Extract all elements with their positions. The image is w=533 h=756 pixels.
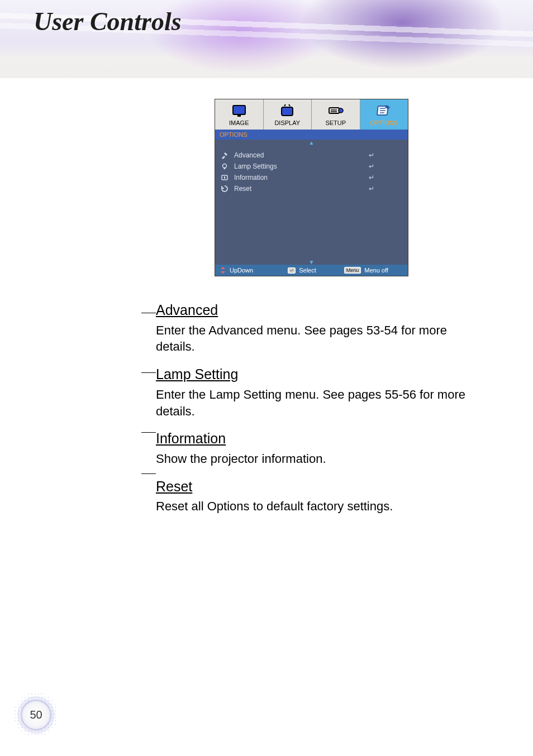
osd-items: Advanced ↵ Lamp Settings ↵ Information ↵ [215, 146, 408, 259]
section-body-reset: Reset all Options to default factory set… [156, 498, 469, 515]
osd-item-reset-label: Reset [234, 185, 369, 193]
updown-icon [220, 267, 226, 274]
options-tab-icon [375, 104, 392, 117]
setup-tab-icon [327, 104, 344, 117]
tab-display[interactable]: DISPLAY [264, 99, 312, 130]
page-number-badge: 50 [21, 700, 51, 730]
section-body-advanced: Enter the Advanced menu. See pages 53-54… [156, 322, 469, 355]
tab-image[interactable]: IMAGE [215, 99, 264, 130]
section-heading-advanced: Advanced [156, 301, 469, 320]
osd-footer: UpDown ⏎ Select Menu Menu off [215, 265, 408, 276]
svg-rect-0 [233, 106, 245, 114]
tab-display-label: DISPLAY [274, 119, 300, 126]
tab-options-label: OPTIONS [370, 119, 398, 126]
osd-item-advanced[interactable]: Advanced ↵ [220, 150, 403, 161]
svg-point-8 [223, 164, 227, 168]
tab-setup-label: SETUP [325, 119, 346, 126]
svg-text:⏎: ⏎ [290, 269, 293, 272]
osd-item-info[interactable]: Information ↵ [220, 172, 403, 183]
info-icon [220, 174, 230, 181]
heading-line [141, 372, 156, 373]
svg-rect-1 [237, 115, 241, 117]
image-tab-icon [231, 104, 248, 117]
section-heading-lamp: Lamp Setting [156, 365, 469, 384]
osd-section-label: OPTIONS [215, 130, 408, 140]
content-area: Advanced Enter the Advanced menu. See pa… [156, 299, 469, 525]
osd-item-reset[interactable]: Reset ↵ [220, 183, 403, 194]
heading-line [141, 313, 156, 313]
scroll-up-indicator: ▲ [215, 140, 408, 146]
svg-rect-3 [329, 108, 339, 113]
section-body-lamp: Enter the Lamp Setting menu. See pages 5… [156, 386, 469, 419]
svg-rect-11 [224, 176, 225, 179]
menu-key-icon: Menu [344, 267, 361, 274]
tab-setup[interactable]: SETUP [312, 99, 360, 130]
osd-item-lamp-label: Lamp Settings [234, 162, 369, 170]
tab-options[interactable]: OPTIONS [360, 99, 408, 130]
reset-icon [220, 185, 230, 193]
svg-point-4 [339, 108, 343, 113]
svg-rect-9 [224, 168, 226, 169]
tab-image-label: IMAGE [229, 119, 249, 126]
enter-icon: ↵ [369, 162, 374, 170]
footer-select-label: Select [299, 267, 316, 274]
heading-line [141, 432, 156, 433]
page-header: User Controls [0, 0, 533, 78]
tools-icon [220, 151, 230, 159]
osd-item-lamp[interactable]: Lamp Settings ↵ [220, 161, 403, 172]
section-body-information: Show the projector information. [156, 451, 469, 467]
enter-icon: ↵ [369, 151, 374, 159]
osd-tabs: IMAGE DISPLAY SETUP OPTIONS [215, 99, 408, 130]
header-title: User Controls [34, 7, 182, 36]
osd-item-info-label: Information [234, 174, 369, 181]
section-heading-information: Information [156, 429, 469, 448]
osd-panel: IMAGE DISPLAY SETUP OPTIONS OP [215, 99, 408, 276]
select-key-icon: ⏎ [288, 267, 296, 274]
osd-item-advanced-label: Advanced [234, 151, 369, 159]
lamp-icon [220, 162, 230, 170]
footer-menuoff-label: Menu off [364, 267, 388, 274]
display-tab-icon [279, 104, 296, 117]
scroll-down-indicator: ▼ [215, 259, 408, 265]
enter-icon: ↵ [369, 185, 374, 193]
heading-line [141, 473, 156, 474]
svg-rect-2 [282, 107, 293, 116]
enter-icon: ↵ [369, 174, 374, 181]
footer-updown-label: UpDown [230, 267, 253, 274]
section-heading-reset: Reset [156, 477, 469, 496]
